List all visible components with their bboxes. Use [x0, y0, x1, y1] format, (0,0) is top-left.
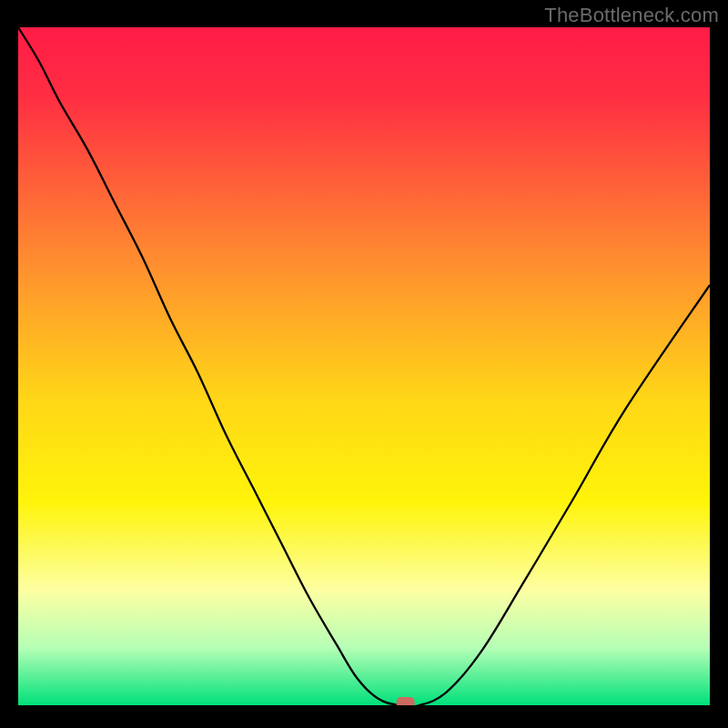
chart-canvas: TheBottleneck.com: [0, 0, 728, 728]
chart-svg: [18, 27, 710, 705]
attribution-text: TheBottleneck.com: [544, 4, 719, 27]
minimum-marker: [397, 697, 415, 705]
chart-background: [18, 27, 710, 705]
plot-area: [18, 27, 710, 705]
